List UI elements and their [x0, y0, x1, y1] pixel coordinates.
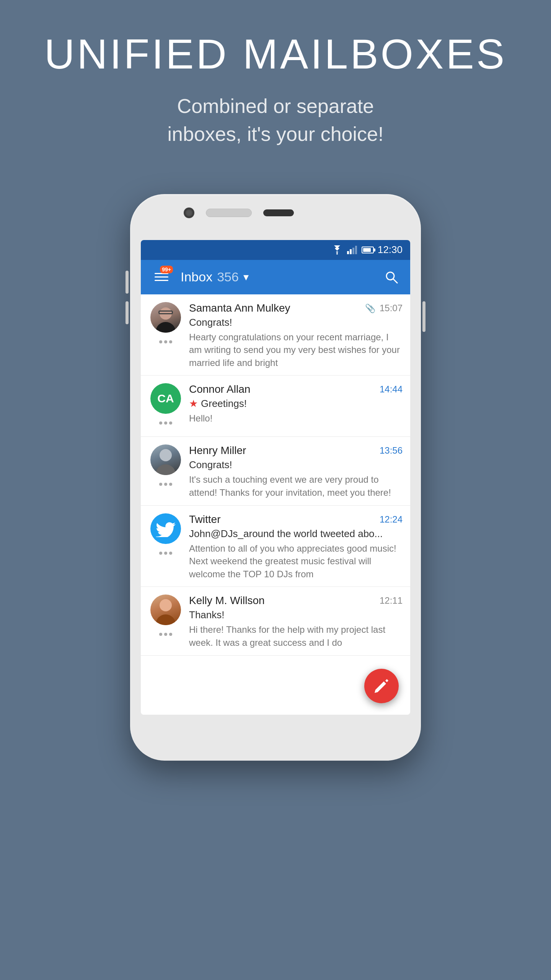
avatar-body [156, 614, 176, 625]
email-content: Connor Allan 14:44 ★ Greetings! Hello! [183, 383, 403, 430]
email-content: Samanta Ann Mulkey 📎 15:07 Congrats! Hea… [183, 302, 403, 369]
sender-name: Kelly M. Willson [189, 595, 265, 607]
attachment-icon: 📎 [365, 304, 375, 313]
avatar-head [160, 449, 172, 461]
more-options-dots[interactable] [159, 340, 172, 343]
svg-line-6 [393, 279, 398, 283]
email-time: 13:56 [380, 445, 403, 456]
email-item[interactable]: Henry Miller 13:56 Congrats! It's such a… [141, 437, 410, 505]
search-button[interactable] [382, 268, 401, 287]
email-preview: It's such a touching event we are very p… [189, 473, 403, 499]
email-avatar-col [148, 444, 183, 499]
status-icons: 12:30 [331, 244, 403, 256]
phone-shell: 12:30 99+ Inbox 356 ▾ [130, 194, 421, 761]
email-preview: Attention to all of you who appreciates … [189, 542, 403, 581]
avatar [150, 595, 181, 625]
avatar-body [156, 322, 176, 333]
volume-down-button [126, 301, 129, 324]
email-content: Henry Miller 13:56 Congrats! It's such a… [183, 444, 403, 499]
volume-buttons [126, 271, 129, 324]
inbox-label: Inbox [181, 270, 212, 284]
email-header: Connor Allan 14:44 [189, 383, 403, 395]
email-subject: Congrats! [189, 317, 403, 328]
email-avatar-col [148, 595, 183, 649]
page-title: UNIFIED MAILBOXES [44, 31, 507, 77]
inbox-count: 356 [217, 270, 239, 284]
speaker-grill [206, 209, 252, 217]
email-avatar-col [148, 302, 183, 369]
dropdown-arrow-icon: ▾ [243, 271, 249, 283]
email-time: 14:44 [380, 384, 403, 395]
avatar-body [156, 464, 176, 475]
more-options-dots[interactable] [159, 633, 172, 636]
menu-line-2 [155, 276, 168, 278]
search-icon [384, 270, 399, 285]
email-time: 📎 15:07 [365, 303, 403, 314]
email-item[interactable]: CA Connor Allan 14:44 [141, 376, 410, 437]
email-list: Samanta Ann Mulkey 📎 15:07 Congrats! Hea… [141, 294, 410, 715]
sender-name: Henry Miller [189, 444, 246, 457]
email-item[interactable]: Samanta Ann Mulkey 📎 15:07 Congrats! Hea… [141, 294, 410, 376]
phone-mockup: 12:30 99+ Inbox 356 ▾ [130, 194, 421, 761]
email-header: Samanta Ann Mulkey 📎 15:07 [189, 302, 403, 314]
email-subject: Congrats! [189, 459, 403, 471]
avatar-head [160, 599, 172, 611]
email-header: Henry Miller 13:56 [189, 444, 403, 457]
email-subject: John@DJs_around the world tweeted abo... [189, 528, 403, 540]
status-time: 12:30 [378, 244, 403, 256]
page-subtitle: Combined or separate inboxes, it's your … [142, 92, 409, 148]
avatar-initials: CA [157, 392, 174, 405]
battery-icon [362, 247, 374, 253]
avatar [150, 513, 181, 544]
front-camera [184, 207, 194, 218]
twitter-bird-icon [156, 520, 176, 537]
compose-fab-button[interactable] [364, 669, 399, 703]
avatar: CA [150, 383, 181, 414]
sender-name: Twitter [189, 513, 220, 526]
page-background: UNIFIED MAILBOXES Combined or separate i… [0, 0, 551, 980]
app-toolbar: 99+ Inbox 356 ▾ [141, 260, 410, 294]
earpiece [263, 209, 294, 216]
pencil-icon [373, 678, 390, 694]
volume-up-button [126, 271, 129, 294]
email-avatar-col: CA [148, 383, 183, 430]
svg-rect-3 [352, 248, 354, 254]
email-header: Twitter 12:24 [189, 513, 403, 526]
signal-icon [347, 246, 358, 254]
svg-point-0 [336, 253, 338, 255]
avatar [150, 444, 181, 475]
sender-name: Connor Allan [189, 383, 250, 395]
email-preview: Hearty congratulations on your recent ma… [189, 331, 403, 369]
svg-rect-1 [347, 251, 349, 254]
more-options-dots[interactable] [159, 552, 172, 555]
email-item[interactable]: Kelly M. Willson 12:11 Thanks! Hi there!… [141, 587, 410, 655]
email-content: Twitter 12:24 John@DJs_around the world … [183, 513, 403, 581]
toolbar-title[interactable]: Inbox 356 ▾ [181, 270, 374, 284]
email-time: 12:24 [380, 514, 403, 525]
email-preview: Hello! [189, 412, 403, 425]
phone-screen: 12:30 99+ Inbox 356 ▾ [141, 240, 410, 715]
email-subject: ★ Greetings! [189, 398, 403, 410]
sender-name: Samanta Ann Mulkey [189, 302, 290, 314]
svg-rect-2 [350, 249, 352, 254]
email-header: Kelly M. Willson 12:11 [189, 595, 403, 607]
unread-badge: 99+ [160, 266, 173, 273]
power-button [422, 301, 425, 332]
email-item[interactable]: Twitter 12:24 John@DJs_around the world … [141, 506, 410, 587]
menu-line-3 [155, 280, 168, 281]
email-avatar-col [148, 513, 183, 581]
status-bar: 12:30 [141, 240, 410, 260]
svg-rect-4 [355, 246, 357, 254]
more-options-dots[interactable] [159, 483, 172, 486]
email-preview: Hi there! Thanks for the help with my pr… [189, 623, 403, 649]
email-subject: Thanks! [189, 609, 403, 621]
header-section: UNIFIED MAILBOXES Combined or separate i… [6, 0, 545, 171]
wifi-icon [331, 245, 343, 255]
email-time: 12:11 [380, 595, 403, 606]
email-content: Kelly M. Willson 12:11 Thanks! Hi there!… [183, 595, 403, 649]
avatar [150, 302, 181, 333]
star-icon: ★ [189, 398, 198, 410]
menu-button[interactable]: 99+ [150, 266, 173, 289]
more-options-dots[interactable] [159, 421, 172, 425]
